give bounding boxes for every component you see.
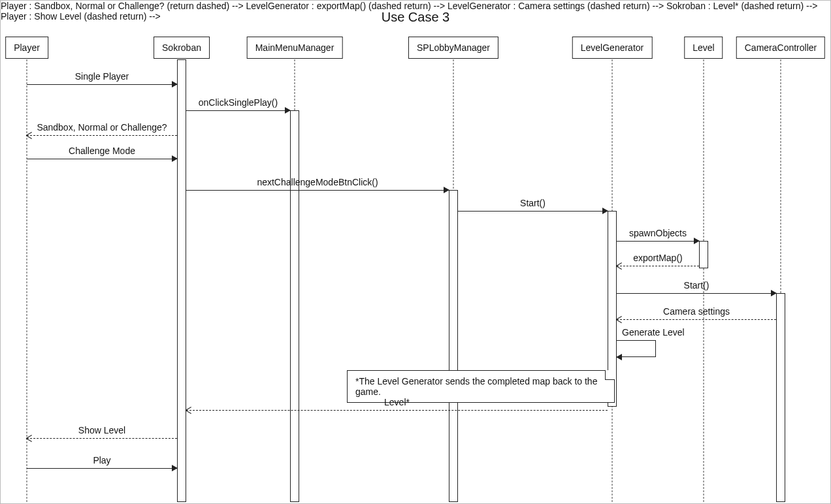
activation-camera [776,293,785,502]
participant-sokroban: Sokroban [154,37,210,59]
participant-levelgen: LevelGenerator [572,37,653,59]
sequence-diagram: Use Case 3 Player Sokroban MainMenuManag… [0,0,831,504]
participant-level: Level [684,37,723,59]
msg-label: Show Level [27,425,177,435]
activation-splobby [449,190,458,502]
msg-label: exportMap() [617,253,699,263]
note-text: *The Level Generator sends the completed… [355,376,597,397]
msg-label: Start() [458,198,608,208]
activation-level [699,241,708,268]
msg-label: nextChallengeModeBtnClick() [186,177,449,187]
msg-generate-level: Generate Level [617,340,656,357]
participant-splobby: SPLobbyManager [408,37,498,59]
msg-label: Generate Level [622,327,685,338]
msg-label: Single Player [27,71,177,82]
msg-label: Camera settings [617,306,776,317]
activation-mainmenu [290,110,299,502]
participant-mainmenu: MainMenuManager [247,37,343,59]
msg-label: Challenge Mode [27,146,177,156]
msg-label: Play [27,455,177,465]
msg-label: Sandbox, Normal or Challenge? [27,122,177,133]
msg-label: onClickSinglePlay() [186,97,290,108]
activation-sokroban [177,59,186,502]
msg-label: Level* [186,397,608,407]
participant-player: Player [5,37,48,59]
msg-label: spawnObjects [617,228,699,238]
diagram-title: Use Case 3 [1,10,830,25]
participant-camera: CameraController [736,37,825,59]
msg-label: Start() [617,280,776,291]
